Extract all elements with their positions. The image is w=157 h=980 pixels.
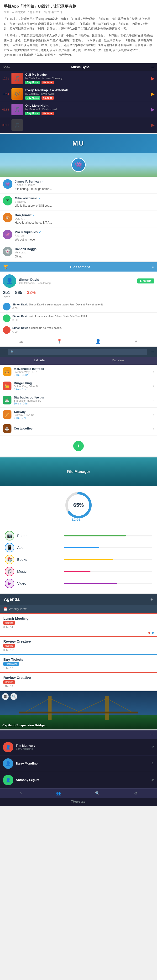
photo-bar [64,535,152,536]
social-brand: MU [72,140,85,147]
fastfood-icon: 🍔 [5,369,10,374]
classement-options-icon[interactable]: ≡ [152,265,154,269]
timeline-section: ⋯ 👤 Tim Mathews Barry Mondino 1d 👤 Barry… [0,730,157,806]
track-name: One More Night [25,104,150,107]
action-dot[interactable] [148,632,150,634]
search-icon: 🔍 [11,350,14,354]
event-name: Review Creative [3,676,154,679]
svg-rect-3 [0,715,157,729]
feed-content: Pro.K.Squiblies ✔ Anc. Lan We got to mov… [15,230,154,242]
feed-name: Mike Wazowski [15,196,37,200]
agenda-view-button[interactable]: 📅 Weekly View [0,605,157,613]
fm-title: File Manager [67,469,90,474]
star-icon[interactable]: ★ [134,339,138,344]
timeline-footer: ⌂ 👥 🔍 ⚙ [0,788,157,798]
tl-name: Tim Mathews [16,744,35,747]
profile-stats: 251 reports 865 32% [3,290,154,298]
cl-avatar [3,326,11,334]
track-name: Every Teardrop is a Waterfall [25,88,150,92]
menu-icon[interactable]: ☰ [2,693,9,700]
feed-avatar: 👾 [3,179,13,189]
tl-avatar: 👤 [3,758,13,769]
books-bar [64,559,152,560]
place-sub: Starbucks, Harrison St. [14,399,153,402]
play-icon[interactable]: ▶ [151,76,155,81]
youtube-btn[interactable]: Youtube [41,96,54,100]
places-header: ← 🔍 ⋯ [0,347,157,357]
fm-percentage: 65% [73,502,84,508]
photo-category-icon: 📷 [5,531,14,541]
classement-icon: 🏆 [3,265,8,269]
event-time: 10h - 12h [3,667,154,670]
music-show-label[interactable]: Show [3,65,10,69]
profile-avatar: 👤 [3,274,16,288]
music-options-icon[interactable]: ⋯ [151,65,154,69]
feed-item: 🎨 Don,TenArt ✔ Octo Cit. Have it, almost… [0,210,157,228]
photo-section: ☰ 🔍 Capilano Suspension Bridge... [0,691,157,729]
track-art: 🎵 [11,73,23,84]
person-icon[interactable]: 👤 [95,339,101,344]
cl-name: Simon David [13,315,29,318]
play-icon[interactable]: ▶ [151,123,155,128]
places-search-bar[interactable]: 🔍 [8,349,147,355]
youtube-btn[interactable]: Youtube [41,81,54,84]
books-category-icon: 📚 [5,555,14,564]
people-icon[interactable]: 👥 [56,791,61,795]
feed-avatar: 👁 [3,196,13,205]
track-actions: Buy Music Youtube [25,112,150,115]
add-place-button[interactable]: + [73,441,84,451]
profile-name: Simon David [19,278,134,282]
search-icon[interactable]: 🔍 [11,693,17,700]
action-dot[interactable] [152,632,154,634]
event-category: Meeting [3,644,15,648]
agenda-add-button[interactable]: + [150,597,153,602]
music-track: 09:36 🎵 ▶ [0,118,157,133]
fm-ring-container: 65% [64,491,93,519]
agenda-section: Agenda + 📅 Weekly View Lunch Meeting Mee… [0,594,157,690]
place-info: Burger King Dukes King, Olive St 5 km · … [14,381,153,391]
tl-avatar: 👤 [3,775,13,785]
classement-feed-item: Simon David suit classmates: Jane / Jane… [0,313,157,324]
location-icon[interactable]: 📍 [57,339,62,344]
buy-music-btn[interactable]: Buy Music [25,96,40,100]
settings-icon[interactable]: ⚙ [134,791,138,795]
place-item: 🍔 McDonald's fastfood Stephen Way, St. 6… [0,364,157,379]
article-body: 「时间轴」，被观察用在手机App的UI设计中推出了「时间轴」设计理念，「时间轴」… [4,16,153,57]
tl-name: Barry Mondino [16,762,38,765]
timeline-logo-text: TimeLine [71,800,86,804]
tl-sub: Barry Mondino [16,747,35,750]
play-icon[interactable]: ▶ [151,91,155,97]
weather-icon[interactable]: ☁ [19,339,24,344]
timeline-options-icon[interactable]: ⋯ [150,733,154,737]
places-tabs: Lati-liste Map view [0,357,157,364]
app-label: App [17,546,61,549]
feed-text: Have it, almost there. E.T.A... [15,221,154,225]
follow-button[interactable]: ▶ favorie [137,278,154,283]
fm-cat-item: 📷 Photo [5,531,152,541]
home-icon[interactable]: ⌂ [19,791,22,795]
place-icon: ☕ [3,396,11,404]
classement-section: 🏆 Classement ≡ 👤 Simon David 200 followe… [0,262,157,346]
place-item: 👑 Burger King Dukes King, Olive St 5 km … [0,379,157,393]
agenda-view-text: Weekly View [9,607,27,611]
classement-header: 🏆 Classement ≡ [0,262,157,272]
tab-list[interactable]: Lati-liste [0,357,78,364]
youtube-btn[interactable]: Youtube [41,112,54,115]
buy-music-btn[interactable]: Buy Music [25,112,40,115]
classement-title: Classement [70,265,90,269]
back-icon[interactable]: ← [3,350,6,354]
play-icon[interactable]: ▶ [151,107,155,112]
tab-map[interactable]: Map view [78,357,157,364]
place-icon: ☕ [3,424,11,433]
timeline-person: 👤 Tim Mathews Barry Mondino 1d [0,739,157,756]
places-options-icon[interactable]: ⋯ [151,350,154,354]
tl-avatar: 👤 [3,742,13,752]
place-info: Starbucks coffee bar Starbucks, Harrison… [14,396,153,405]
buy-music-btn[interactable]: Buy Music [25,81,40,84]
cl-time: © 00 [13,318,154,322]
svg-rect-5 [105,696,109,720]
search-icon[interactable]: 🔍 [95,791,100,795]
social-cover: 👾 [0,153,157,177]
event-name: Review Creative [3,639,154,643]
place-info: Subway Subway, Olive St 8 km · 2 hr [14,410,153,419]
